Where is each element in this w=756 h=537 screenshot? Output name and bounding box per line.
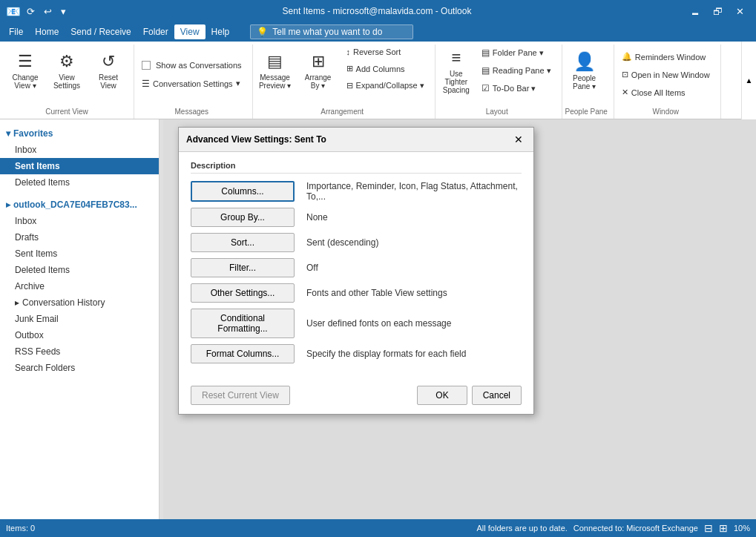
reset-current-view-btn[interactable]: Reset Current View (191, 386, 290, 405)
use-tighter-spacing-btn[interactable]: ≡ Use TighterSpacing (438, 45, 474, 98)
arrange-by-label: ArrangeBy ▾ (305, 73, 332, 90)
menu-folder[interactable]: Folder (137, 24, 174, 39)
sidebar-item-sent-favorites[interactable]: Sent Items (0, 158, 159, 174)
minimize-btn[interactable]: 🗕 (685, 3, 706, 19)
status-text: All folders are up to date. (477, 524, 568, 533)
todo-bar-btn[interactable]: ☑ To-Do Bar ▾ (477, 80, 556, 96)
sidebar-item-outbox[interactable]: Outbox (0, 327, 159, 343)
dialog-close-btn[interactable]: ✕ (511, 132, 526, 147)
group-by-value: None (306, 212, 328, 223)
reset-view-btn[interactable]: ↺ ResetView (89, 45, 128, 96)
other-settings-btn[interactable]: Other Settings... (191, 283, 295, 303)
undo-btn[interactable]: ↩ (41, 4, 55, 19)
title-bar: 📧 ⟳ ↩ ▾ Sent Items - microsoft@malavida.… (0, 0, 756, 22)
restore-btn[interactable]: 🗗 (707, 3, 728, 19)
message-preview-btn[interactable]: ▤ MessagePreview ▾ (256, 45, 295, 96)
main-area: ▾ Favorites Inbox Sent Items Deleted Ite… (0, 119, 756, 519)
ribbon-collapse-btn[interactable]: ▲ (741, 42, 756, 119)
menu-home[interactable]: Home (29, 24, 65, 39)
menu-search[interactable]: 💡 Tell me what you want to do (250, 24, 413, 39)
menu-help[interactable]: Help (206, 24, 236, 39)
format-columns-row: Format Columns... Specify the display fo… (191, 344, 522, 363)
ribbon-group-people-pane: 👤 PeoplePane ▾ People Pane (562, 45, 614, 119)
sidebar-item-sent[interactable]: Sent Items (0, 246, 159, 262)
add-columns-icon: ⊞ (346, 64, 353, 73)
sidebar-item-archive[interactable]: Archive (0, 278, 159, 294)
sidebar-item-deleted-favorites[interactable]: Deleted Items (0, 174, 159, 191)
sidebar-item-deleted[interactable]: Deleted Items (0, 262, 159, 278)
sidebar-item-conversation-history[interactable]: ▸Conversation History (0, 294, 159, 311)
content-area: Advanced View Settings: Sent To ✕ Descri… (163, 119, 756, 519)
outlook-icon: 📧 (6, 4, 21, 19)
window-title: Sent Items - microsoft@malavida.com - Ou… (69, 6, 685, 16)
sidebar-item-inbox-favorites[interactable]: Inbox (0, 142, 159, 158)
sidebar-item-junk[interactable]: Junk Email (0, 311, 159, 327)
other-settings-value: Fonts and other Table View settings (306, 288, 447, 298)
columns-value: Importance, Reminder, Icon, Flag Status,… (306, 181, 522, 202)
sort-btn[interactable]: Sort... (191, 233, 295, 252)
reading-pane-icon: ▤ (481, 65, 490, 76)
columns-btn[interactable]: Columns... (191, 181, 295, 202)
change-view-btn[interactable]: ☰ ChangeView ▾ (6, 45, 45, 96)
sidebar: ▾ Favorites Inbox Sent Items Deleted Ite… (0, 119, 160, 519)
menu-view[interactable]: View (174, 24, 206, 39)
ok-btn[interactable]: OK (417, 386, 467, 405)
favorites-header[interactable]: ▾ Favorites (0, 125, 159, 142)
account-header[interactable]: ▸ outlook_DCA7E04FEB7C83... (0, 197, 159, 213)
reverse-sort-label: Reverse Sort (353, 47, 401, 56)
conditional-formatting-btn[interactable]: Conditional Formatting... (191, 309, 295, 338)
ribbon-group-window: 🔔 Reminders Window ⊡ Open in New Window … (614, 45, 721, 119)
dialog-overlay: Advanced View Settings: Sent To ✕ Descri… (163, 119, 756, 519)
add-columns-btn[interactable]: ⊞ Add Columns (342, 61, 429, 76)
send-receive-btn[interactable]: ⟳ (24, 4, 38, 19)
search-placeholder: Tell me what you want to do (272, 27, 382, 37)
menu-file[interactable]: File (3, 24, 29, 39)
reverse-sort-btn[interactable]: ↕ Reverse Sort (342, 45, 429, 59)
sidebar-item-rss[interactable]: RSS Feeds (0, 343, 159, 360)
sidebar-item-inbox[interactable]: Inbox (0, 213, 159, 229)
qa-dropdown-btn[interactable]: ▾ (58, 4, 69, 19)
expand-collapse-icon: ⊟ (346, 81, 353, 90)
view-toggle-icon[interactable]: ⊟ (704, 522, 713, 534)
conversation-settings-arrow: ▾ (236, 79, 240, 88)
columns-row: Columns... Importance, Reminder, Icon, F… (191, 181, 522, 202)
conditional-formatting-value: User defined fonts on each message (306, 318, 451, 329)
cancel-btn[interactable]: Cancel (472, 386, 522, 405)
conv-arrow: ▸ (15, 297, 19, 308)
add-columns-label: Add Columns (356, 65, 405, 73)
reading-pane-btn[interactable]: ▤ Reading Pane ▾ (477, 62, 556, 79)
conversation-settings-btn[interactable]: ☰ Conversation Settings ▾ (137, 76, 245, 92)
open-new-window-btn[interactable]: ⊡ Open in New Window (617, 67, 714, 82)
close-btn[interactable]: ✕ (729, 3, 750, 19)
ribbon-group-current-view: ☰ ChangeView ▾ ⚙ ViewSettings ↺ ResetVie… (3, 45, 134, 119)
folder-pane-btn[interactable]: ▤ Folder Pane ▾ (477, 45, 556, 61)
favorites-label: Favorites (13, 128, 53, 139)
close-all-items-btn[interactable]: ✕ Close All Items (617, 85, 690, 100)
menu-send-receive[interactable]: Send / Receive (65, 24, 137, 39)
group-by-btn[interactable]: Group By... (191, 208, 295, 227)
dialog-titlebar: Advanced View Settings: Sent To ✕ (179, 128, 533, 152)
expand-collapse-label: Expand/Collapse ▾ (356, 81, 424, 90)
tighter-spacing-icon: ≡ (451, 48, 461, 67)
filter-value: Off (306, 263, 318, 273)
reset-view-label: ResetView (99, 73, 118, 90)
view-settings-btn[interactable]: ⚙ ViewSettings (47, 45, 86, 96)
reminders-window-btn[interactable]: 🔔 Reminders Window (617, 49, 710, 65)
sidebar-item-drafts[interactable]: Drafts (0, 229, 159, 246)
show-conversations-btn[interactable]: Show as Conversations (137, 58, 246, 73)
filter-btn[interactable]: Filter... (191, 258, 295, 277)
arrange-by-btn[interactable]: ⊞ ArrangeBy ▾ (299, 45, 338, 96)
expand-icon[interactable]: ⊞ (719, 522, 728, 534)
ribbon-group-messages: Show as Conversations ☰ Conversation Set… (134, 45, 253, 119)
expand-collapse-btn[interactable]: ⊟ Expand/Collapse ▾ (342, 78, 429, 93)
status-bar: Items: 0 All folders are up to date. Con… (0, 519, 756, 537)
sort-value: Sent (descending) (306, 237, 378, 248)
reminders-window-label: Reminders Window (635, 53, 706, 62)
sidebar-item-search-folders[interactable]: Search Folders (0, 360, 159, 376)
reset-view-icon: ↺ (102, 52, 115, 71)
people-pane-group-label: People Pane (565, 105, 608, 116)
lightbulb-icon: 💡 (257, 27, 268, 37)
show-conversations-checkbox[interactable] (142, 61, 151, 70)
people-pane-btn[interactable]: 👤 PeoplePane ▾ (565, 45, 604, 96)
format-columns-btn[interactable]: Format Columns... (191, 344, 295, 363)
